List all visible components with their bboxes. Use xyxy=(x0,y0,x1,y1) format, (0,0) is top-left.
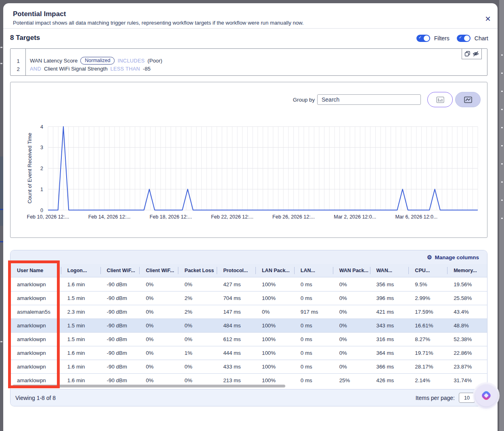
column-header[interactable]: LAN... xyxy=(294,264,333,277)
table-cell: 23.87% xyxy=(447,360,487,373)
column-header[interactable]: Client WiF... xyxy=(100,264,140,277)
items-per-page-select[interactable]: 10 xyxy=(459,393,475,403)
assistant-button-halo xyxy=(473,382,500,409)
table-cell: 147 ms xyxy=(217,305,255,319)
column-header[interactable]: Client WiF... xyxy=(139,264,178,277)
y-tick-label: 2 xyxy=(40,166,43,171)
x-tick-label: Feb 10, 2026 12:... xyxy=(27,214,69,220)
table-cell: -90 dBm xyxy=(100,305,140,319)
column-header[interactable]: WAN Pack... xyxy=(333,264,370,277)
items-per-page-group: Items per page: 10 xyxy=(416,393,475,403)
backdrop-fragment xyxy=(0,341,2,342)
table-cell: asmaleman5s xyxy=(10,305,61,319)
backdrop-fragment xyxy=(0,241,3,242)
table-row[interactable]: amarklowpn1.5 min-90 dBm0%0%612 ms100%0 … xyxy=(10,332,487,346)
table-cell: amarklowpn xyxy=(10,277,61,291)
table-cell: 1.6 min xyxy=(61,277,100,291)
modal-title: Potential Impact xyxy=(13,10,66,18)
rule-chip[interactable]: Normalized xyxy=(80,57,115,65)
table-cell: 0 ms xyxy=(294,277,333,291)
check-icon: ✓ xyxy=(459,35,462,40)
line-chart-icon xyxy=(464,96,472,103)
items-per-page-label: Items per page: xyxy=(416,395,455,401)
x-tick-label: Mar 6, 2026 12:0... xyxy=(395,214,437,220)
column-header[interactable]: Packet Loss xyxy=(178,264,217,277)
table-row[interactable]: amarklowpn1.6 min-90 dBm0%0%427 ms100%0 … xyxy=(10,277,487,291)
y-tick-label: 0 xyxy=(40,208,43,213)
table-cell: 0% xyxy=(139,291,178,305)
table-cell: 366 ms xyxy=(370,360,409,373)
manage-columns-button[interactable]: ⚙ Manage columns xyxy=(427,254,479,260)
toggle-knob xyxy=(464,35,470,41)
rule-value: -85 xyxy=(143,66,151,72)
table-row[interactable]: amarklowpn1.5 min-90 dBm0%0%484 ms100%0 … xyxy=(10,319,487,332)
table-cell: 704 ms xyxy=(217,291,255,305)
table-cell: 0% xyxy=(178,360,217,373)
rule-field: Client WiFi Signal Strength xyxy=(44,66,108,72)
check-icon: ✓ xyxy=(418,35,422,40)
backdrop-fragment xyxy=(501,109,503,110)
table-cell: 0% xyxy=(139,319,178,332)
hide-eye-icon[interactable] xyxy=(473,51,479,57)
table-horizontal-scrollbar[interactable] xyxy=(13,385,285,387)
column-header[interactable]: Logon... xyxy=(61,264,100,277)
group-by-search-input[interactable] xyxy=(317,94,421,105)
rule-operator: LESS THAN xyxy=(111,66,140,72)
screen: Potential Impact Potential impact shows … xyxy=(0,0,504,431)
table-header-row: User NameLogon...Client WiF...Client WiF… xyxy=(10,264,487,277)
table-row[interactable]: asmaleman5s2.3 min-90 dBm0%2%147 ms0%917… xyxy=(10,305,487,319)
table-cell: 25.58% xyxy=(447,291,487,305)
table-cell: 0% xyxy=(139,346,178,360)
table-body: amarklowpn1.6 min-90 dBm0%0%427 ms100%0 … xyxy=(10,277,487,387)
table-cell: 17.59% xyxy=(408,305,447,319)
table-cell: 1.5 min xyxy=(61,333,100,346)
table-row[interactable]: amarklowpn1.6 min-90 dBm0%0%433 ms100%0 … xyxy=(10,360,487,373)
filters-toggle[interactable]: ✓ xyxy=(416,35,430,42)
table-cell: 2% xyxy=(178,291,217,305)
x-tick-label: Feb 18, 2026 12:... xyxy=(150,214,192,220)
rule-field: WAN Latency Score xyxy=(30,58,77,64)
toggle-knob xyxy=(424,35,429,41)
assistant-button[interactable] xyxy=(475,385,497,406)
table-cell: amarklowpn xyxy=(10,319,61,332)
chart-toggle[interactable]: ✓ xyxy=(457,35,471,42)
column-header[interactable]: User Name xyxy=(10,264,61,277)
copy-icon[interactable] xyxy=(464,51,471,57)
table-cell: -90 dBm xyxy=(100,360,140,373)
page-scrollbar[interactable] xyxy=(499,0,504,431)
table-cell: -90 dBm xyxy=(100,319,140,332)
table-row[interactable]: amarklowpn1.5 min-90 dBm0%2%704 ms100%0 … xyxy=(10,291,487,305)
table-cell: 100% xyxy=(255,277,294,291)
rule-conjunction: AND xyxy=(30,66,41,72)
table-cell: 100% xyxy=(255,291,294,305)
potential-impact-modal: Potential Impact Potential impact shows … xyxy=(3,3,498,431)
rule-number-column: 1 2 xyxy=(10,49,26,75)
bar-chart-icon xyxy=(436,96,444,103)
column-header[interactable]: Memory... xyxy=(447,264,487,277)
events-line-chart[interactable]: 01234Count of Event Received TimeFeb 10,… xyxy=(26,121,488,225)
table-row[interactable]: amarklowpn1.6 min-90 dBm0%1%444 ms100%0 … xyxy=(10,346,487,360)
backdrop-fragment xyxy=(0,47,2,48)
table-cell: -90 dBm xyxy=(100,333,140,346)
line-chart-view-button[interactable] xyxy=(455,92,481,107)
column-header[interactable]: WAN... xyxy=(370,264,409,277)
table-cell: 100% xyxy=(255,333,294,346)
rule-value: (Poor) xyxy=(148,58,163,64)
close-icon[interactable]: ✕ xyxy=(483,14,493,24)
column-header[interactable]: Protocol... xyxy=(217,264,255,277)
table-cell: 8.27% xyxy=(408,333,447,346)
bar-chart-view-button[interactable] xyxy=(427,92,453,107)
backdrop-fragment xyxy=(0,63,2,64)
toggle-row: ✓ Filters ✓ Chart xyxy=(416,35,488,42)
rule-number: 1 xyxy=(10,58,26,64)
table-cell: amarklowpn xyxy=(10,333,61,346)
table-cell: 1% xyxy=(178,346,217,360)
y-tick-label: 4 xyxy=(40,124,43,130)
x-tick-label: Feb 14, 2026 12:... xyxy=(88,214,131,220)
column-header[interactable]: LAN Pack... xyxy=(255,264,294,277)
group-by-row: Group by xyxy=(293,92,481,107)
table-cell: 356 ms xyxy=(370,277,409,291)
column-header[interactable]: CPU... xyxy=(408,264,447,277)
x-tick-label: Feb 22, 2026 12:... xyxy=(211,214,253,220)
table-cell: 2.99% xyxy=(408,291,447,305)
